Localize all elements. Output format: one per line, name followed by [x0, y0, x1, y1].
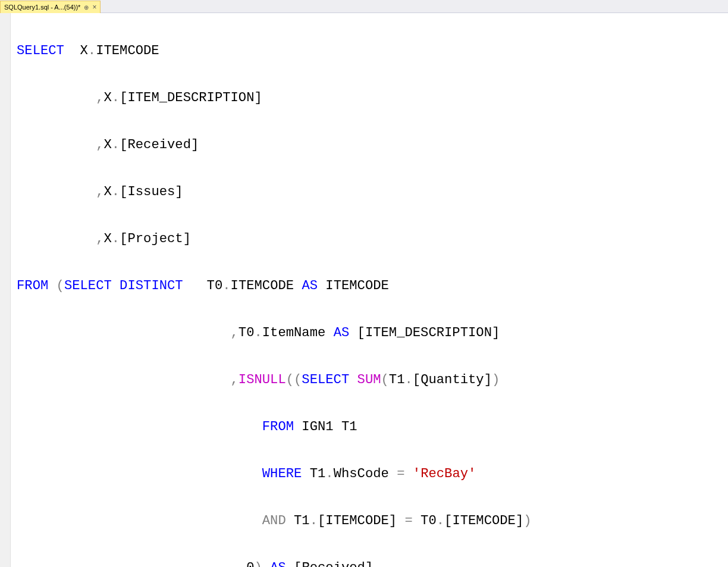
tab-bar: SQLQuery1.sql - A...(54))* ⊕ × [0, 0, 728, 13]
code-line[interactable]: FROM (SELECT DISTINCT T0.ITEMCODE AS ITE… [17, 274, 603, 298]
editor-gutter [0, 13, 11, 567]
code-line[interactable]: ,X.[Project] [17, 227, 603, 251]
editor-area: SELECT X.ITEMCODE ,X.[ITEM_DESCRIPTION] … [0, 13, 728, 567]
code-line[interactable]: SELECT X.ITEMCODE [17, 39, 603, 63]
pin-icon[interactable]: ⊕ [84, 4, 89, 11]
tab-sqlquery1[interactable]: SQLQuery1.sql - A...(54))* ⊕ × [0, 1, 101, 13]
code-line[interactable]: WHERE T1.WhsCode = 'RecBay' [17, 462, 603, 486]
code-line[interactable]: ,X.[Received] [17, 133, 603, 157]
code-line[interactable]: ,T0.ItemName AS [ITEM_DESCRIPTION] [17, 321, 603, 345]
code-line[interactable]: , 0) AS [Received] [17, 556, 603, 567]
code-line[interactable]: AND T1.[ITEMCODE] = T0.[ITEMCODE]) [17, 509, 603, 533]
tab-label: SQLQuery1.sql - A...(54))* [4, 4, 80, 11]
code-line[interactable]: ,ISNULL((SELECT SUM(T1.[Quantity]) [17, 368, 603, 392]
code-line[interactable]: ,X.[Issues] [17, 180, 603, 204]
code-line[interactable]: ,X.[ITEM_DESCRIPTION] [17, 86, 603, 110]
close-icon[interactable]: × [92, 4, 96, 11]
code-line[interactable]: FROM IGN1 T1 [17, 415, 603, 439]
code-editor[interactable]: SELECT X.ITEMCODE ,X.[ITEM_DESCRIPTION] … [11, 13, 608, 567]
